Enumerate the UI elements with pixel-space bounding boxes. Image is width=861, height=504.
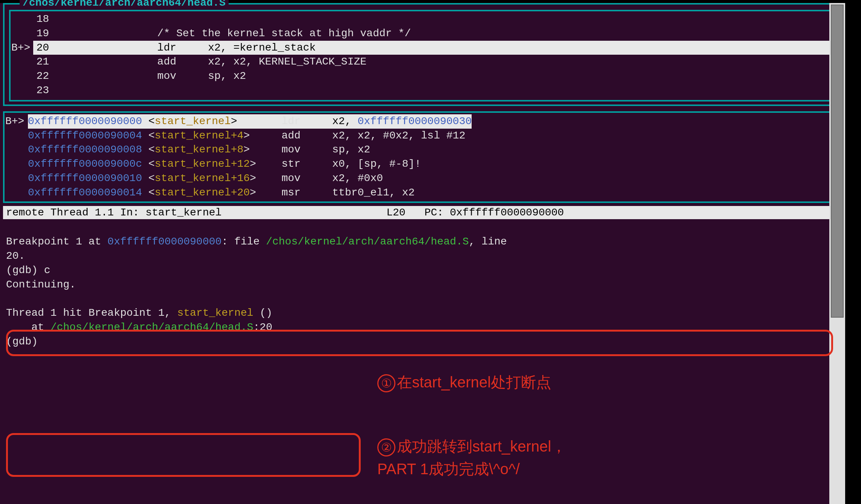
- annotation-number-icon: ①: [377, 374, 395, 392]
- asm-line: 0xffffff0000090008 <start_kernel+8> mov …: [5, 143, 841, 157]
- asm-symbol: start_kernel+12: [155, 158, 250, 170]
- source-line: 18: [11, 12, 835, 26]
- asm-mnemonic: mov: [281, 172, 300, 184]
- source-line-current: B+> 20 ldr x2, =kernel_stack: [11, 41, 835, 55]
- asm-operands: x2,: [332, 115, 358, 127]
- asm-operands: x2, #0x0: [332, 172, 383, 184]
- line-number: 18: [33, 12, 56, 26]
- asm-address: 0xffffff0000090004: [28, 130, 142, 141]
- gutter: [11, 83, 33, 98]
- annotation-label-2: ②成功跳转到start_kernel，: [377, 436, 566, 457]
- source-code: mov sp, x2: [56, 69, 835, 83]
- source-line: 19 /* Set the kernel stack at high vaddr…: [11, 26, 835, 41]
- line-number: 20: [33, 41, 56, 55]
- source-panel: /chos/kernel/arch/aarch64/head.S 18 19 /…: [3, 3, 842, 106]
- console-text: Thread 1 hit Breakpoint 1,: [6, 307, 177, 319]
- console-file: /chos/kernel/arch/aarch64/head.S: [266, 236, 469, 247]
- asm-line-current: B+> 0xffffff0000090000 <start_kernel> ld…: [5, 114, 841, 129]
- console-text: 20.: [6, 250, 25, 262]
- asm-address: 0xffffff0000090008: [28, 144, 142, 155]
- source-inner-border: 18 19 /* Set the kernel stack at high va…: [9, 10, 836, 101]
- asm-symbol: start_kernel: [155, 115, 231, 127]
- breakpoint-marker[interactable]: B+>: [11, 41, 33, 55]
- gutter: [11, 55, 33, 69]
- asm-operands: x0, [sp, #-8]!: [332, 158, 421, 170]
- source-code: [56, 83, 835, 98]
- asm-line: 0xffffff0000090004 <start_kernel+4> add …: [5, 129, 841, 143]
- asm-operands: x2, x2, #0x2, lsl #12: [332, 130, 466, 141]
- line-number: 21: [33, 55, 56, 69]
- source-line: 21 add x2, x2, KERNEL_STACK_SIZE: [11, 55, 835, 69]
- vertical-scrollbar[interactable]: [829, 3, 845, 504]
- gdb-prompt[interactable]: (gdb) c: [6, 264, 51, 276]
- asm-address: 0xffffff0000090010: [28, 172, 142, 184]
- console-symbol: start_kernel: [177, 307, 254, 319]
- console-text: at: [6, 321, 51, 333]
- status-line: L20: [386, 207, 405, 218]
- status-thread: remote Thread 1.1 In: start_kernel: [6, 207, 221, 218]
- source-line: 23: [11, 83, 835, 98]
- asm-body: 0xffffff0000090000 <start_kernel> ldr x2…: [28, 114, 841, 129]
- status-pc: PC: 0xffffff0000090000: [424, 207, 564, 218]
- gutter: [11, 26, 33, 41]
- gutter: [5, 157, 28, 171]
- annotation-text: 在start_kernel处打断点: [397, 374, 551, 390]
- asm-mnemonic: str: [281, 158, 300, 170]
- asm-address: 0xffffff0000090000: [28, 115, 142, 127]
- asm-symbol: start_kernel+16: [155, 172, 250, 184]
- asm-operands: sp, x2: [332, 144, 371, 155]
- line-number: 19: [33, 26, 56, 41]
- status-bar: remote Thread 1.1 In: start_kernel L20 P…: [3, 206, 842, 219]
- asm-body: 0xffffff0000090010 <start_kernel+16> mov…: [28, 171, 841, 186]
- console-text: :20: [253, 321, 272, 333]
- scrollbar-thumb[interactable]: [831, 5, 844, 318]
- asm-mnemonic: mov: [281, 144, 300, 155]
- asm-body: 0xffffff000009000c <start_kernel+12> str…: [28, 157, 841, 171]
- breakpoint-marker[interactable]: B+>: [5, 114, 28, 129]
- gdb-tui-window: /chos/kernel/arch/aarch64/head.S 18 19 /…: [0, 3, 845, 504]
- console-text: : file: [221, 236, 266, 247]
- gutter: [5, 143, 28, 157]
- console-text: Breakpoint 1 at: [6, 236, 108, 247]
- asm-immediate: 0xffffff0000090030: [358, 115, 472, 127]
- annotation-text: PART 1成功完成\^o^/: [377, 461, 520, 477]
- source-code: [56, 12, 835, 26]
- console-address: 0xffffff0000090000: [108, 236, 221, 247]
- asm-operands: ttbr0_el1, x2: [332, 187, 415, 198]
- console-text: Continuing.: [6, 279, 76, 290]
- asm-body: 0xffffff0000090008 <start_kernel+8> mov …: [28, 143, 841, 157]
- console-file: /chos/kernel/arch/aarch64/head.S: [51, 321, 254, 333]
- source-file-title: /chos/kernel/arch/aarch64/head.S: [20, 0, 229, 9]
- source-code: add x2, x2, KERNEL_STACK_SIZE: [56, 55, 835, 69]
- console-text: , line: [469, 236, 507, 247]
- disassembly-panel: B+> 0xffffff0000090000 <start_kernel> ld…: [3, 111, 842, 203]
- gutter: [5, 186, 28, 200]
- gdb-console[interactable]: Breakpoint 1 at 0xffffff0000090000: file…: [3, 219, 842, 365]
- asm-symbol: start_kernel+8: [155, 144, 243, 155]
- asm-address: 0xffffff0000090014: [28, 187, 142, 198]
- gutter: [5, 129, 28, 143]
- asm-address: 0xffffff000009000c: [28, 158, 142, 170]
- asm-mnemonic: ldr: [281, 115, 300, 127]
- line-number: 22: [33, 69, 56, 83]
- asm-body: 0xffffff0000090014 <start_kernel+20> msr…: [28, 186, 841, 200]
- annotation-number-icon: ②: [377, 438, 395, 456]
- annotation-box-2: [6, 433, 361, 477]
- console-text: (): [253, 307, 272, 319]
- asm-mnemonic: add: [281, 130, 300, 141]
- annotation-text: 成功跳转到start_kernel，: [397, 438, 566, 455]
- asm-line: 0xffffff0000090014 <start_kernel+20> msr…: [5, 186, 841, 200]
- gutter: [11, 12, 33, 26]
- asm-line: 0xffffff0000090010 <start_kernel+16> mov…: [5, 171, 841, 186]
- line-number: 23: [33, 83, 56, 98]
- asm-body: 0xffffff0000090004 <start_kernel+4> add …: [28, 129, 841, 143]
- gutter: [11, 69, 33, 83]
- asm-symbol: start_kernel+4: [155, 130, 243, 141]
- source-code: ldr x2, =kernel_stack: [56, 41, 835, 55]
- asm-line: 0xffffff000009000c <start_kernel+12> str…: [5, 157, 841, 171]
- source-line: 22 mov sp, x2: [11, 69, 835, 83]
- source-code: /* Set the kernel stack at high vaddr */: [56, 26, 835, 41]
- asm-mnemonic: msr: [281, 187, 300, 198]
- gdb-prompt[interactable]: (gdb): [6, 336, 44, 347]
- annotation-label-1: ①在start_kernel处打断点: [377, 372, 551, 393]
